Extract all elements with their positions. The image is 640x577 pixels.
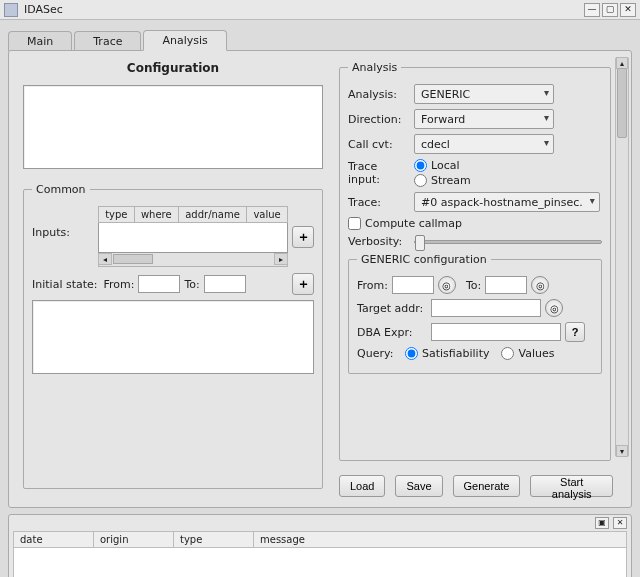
analysis-legend: Analysis xyxy=(348,61,401,74)
common-group: Common Inputs: type where addr/name valu… xyxy=(23,183,323,489)
log-col-type[interactable]: type xyxy=(174,532,254,548)
inputs-col-where[interactable]: where xyxy=(134,207,178,223)
inputs-hscroll[interactable]: ◂ ▸ xyxy=(98,253,288,267)
log-dock: ▣ ✕ date origin type message xyxy=(8,514,632,577)
generic-to-label: To: xyxy=(466,279,481,292)
generic-from-input[interactable] xyxy=(392,276,434,294)
generic-from-target-icon[interactable]: ◎ xyxy=(438,276,456,294)
compute-callmap-check[interactable]: Compute callmap xyxy=(348,217,462,230)
trace-combo-value: #0 aspack-hostname_pinsec. xyxy=(421,196,583,209)
log-empty-row xyxy=(14,548,627,578)
trace-input-label: Trace input: xyxy=(348,160,410,186)
inputs-table-wrap: type where addr/name value ◂ ▸ xyxy=(98,206,288,268)
scroll-thumb[interactable] xyxy=(113,254,153,264)
compute-callmap-label: Compute callmap xyxy=(365,217,462,230)
load-button[interactable]: Load xyxy=(339,475,385,497)
analysis-column: Analysis Analysis: GENERIC Direction: Fo… xyxy=(333,51,631,507)
add-state-button[interactable]: ＋ xyxy=(292,273,314,295)
dba-expr-input[interactable] xyxy=(431,323,561,341)
verbosity-label: Verbosity: xyxy=(348,235,410,248)
scroll-left-icon[interactable]: ◂ xyxy=(98,253,112,265)
action-button-row: Load Save Generate Start analysis xyxy=(339,475,613,497)
analysis-group: Analysis Analysis: GENERIC Direction: Fo… xyxy=(339,61,611,461)
query-values-label: Values xyxy=(518,347,554,360)
log-col-date[interactable]: date xyxy=(14,532,94,548)
common-legend: Common xyxy=(32,183,90,196)
tab-bar: Main Trace Analysis xyxy=(8,28,632,50)
query-values[interactable]: Values xyxy=(501,347,554,360)
generic-config-group: GENERIC configuration From: ◎ To: ◎ Targ… xyxy=(348,253,602,374)
analysis-combo[interactable]: GENERIC xyxy=(414,84,554,104)
inputs-col-type[interactable]: type xyxy=(99,207,135,223)
trace-combo[interactable]: #0 aspack-hostname_pinsec. xyxy=(414,192,600,212)
trace-input-local[interactable]: Local xyxy=(414,159,471,172)
log-col-origin[interactable]: origin xyxy=(94,532,174,548)
tab-main[interactable]: Main xyxy=(8,31,72,51)
configuration-textbox[interactable] xyxy=(23,85,323,169)
query-satisfiability[interactable]: Satisfiability xyxy=(405,347,489,360)
dba-expr-label: DBA Expr: xyxy=(357,326,427,339)
direction-label: Direction: xyxy=(348,113,410,126)
initial-to-input[interactable] xyxy=(204,275,246,293)
dock-detach-button[interactable]: ▣ xyxy=(595,517,609,529)
verbosity-slider[interactable] xyxy=(414,240,602,244)
query-sat-label: Satisfiability xyxy=(422,347,489,360)
save-button[interactable]: Save xyxy=(395,475,442,497)
initial-state-label: Initial state: xyxy=(32,278,98,291)
close-button[interactable]: ✕ xyxy=(620,3,636,17)
scroll-right-icon[interactable]: ▸ xyxy=(274,253,288,265)
direction-combo[interactable]: Forward xyxy=(414,109,554,129)
analysis-label: Analysis: xyxy=(348,88,410,101)
inputs-label: Inputs: xyxy=(32,206,94,239)
trace-input-local-label: Local xyxy=(431,159,460,172)
tab-panel-analysis: Configuration Common Inputs: type where … xyxy=(8,50,632,508)
initial-from-label: From: xyxy=(104,278,135,291)
inputs-table[interactable]: type where addr/name value xyxy=(98,206,288,253)
tab-trace[interactable]: Trace xyxy=(74,31,141,51)
add-input-button[interactable]: ＋ xyxy=(292,226,314,248)
panel-scroll-thumb[interactable] xyxy=(617,68,627,138)
direction-combo-value: Forward xyxy=(421,113,465,126)
minimize-button[interactable]: — xyxy=(584,3,600,17)
dba-help-button[interactable]: ? xyxy=(565,322,585,342)
target-addr-label: Target addr: xyxy=(357,302,427,315)
dock-close-button[interactable]: ✕ xyxy=(613,517,627,529)
start-analysis-button[interactable]: Start analysis xyxy=(530,475,613,497)
window-titlebar: IDASec — ▢ ✕ xyxy=(0,0,640,20)
trace-label: Trace: xyxy=(348,196,410,209)
log-col-message[interactable]: message xyxy=(254,532,627,548)
slider-handle[interactable] xyxy=(415,235,425,251)
generic-from-label: From: xyxy=(357,279,388,292)
generic-legend: GENERIC configuration xyxy=(357,253,491,266)
initial-state-textbox[interactable] xyxy=(32,300,314,374)
target-addr-target-icon[interactable]: ◎ xyxy=(545,299,563,317)
generic-to-target-icon[interactable]: ◎ xyxy=(531,276,549,294)
initial-to-label: To: xyxy=(184,278,199,291)
analysis-combo-value: GENERIC xyxy=(421,88,470,101)
panel-vscroll[interactable]: ▴ ▾ xyxy=(615,57,629,457)
tab-analysis[interactable]: Analysis xyxy=(143,30,226,51)
inputs-col-value[interactable]: value xyxy=(247,207,288,223)
callcvt-combo[interactable]: cdecl xyxy=(414,134,554,154)
inputs-col-addrname[interactable]: addr/name xyxy=(178,207,246,223)
callcvt-label: Call cvt: xyxy=(348,138,410,151)
initial-from-input[interactable] xyxy=(138,275,180,293)
window-title: IDASec xyxy=(24,3,582,16)
trace-input-stream-label: Stream xyxy=(431,174,471,187)
generate-button[interactable]: Generate xyxy=(453,475,521,497)
generic-to-input[interactable] xyxy=(485,276,527,294)
scroll-down-icon[interactable]: ▾ xyxy=(616,445,628,457)
query-label: Query: xyxy=(357,347,401,360)
configuration-heading: Configuration xyxy=(23,61,323,75)
trace-input-stream[interactable]: Stream xyxy=(414,174,471,187)
target-addr-input[interactable] xyxy=(431,299,541,317)
log-table[interactable]: date origin type message xyxy=(13,531,627,577)
callcvt-combo-value: cdecl xyxy=(421,138,450,151)
maximize-button[interactable]: ▢ xyxy=(602,3,618,17)
app-icon xyxy=(4,3,18,17)
configuration-column: Configuration Common Inputs: type where … xyxy=(9,51,329,507)
